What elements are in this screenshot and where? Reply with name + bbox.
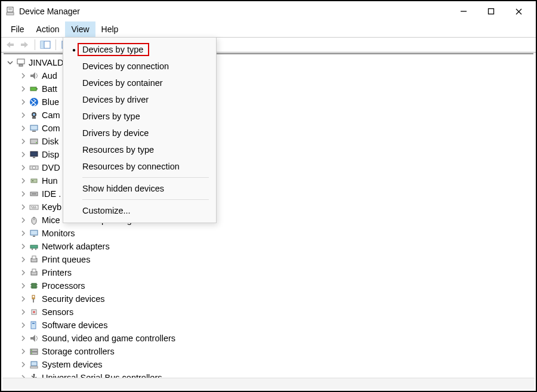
svg-rect-70 (31, 362, 37, 366)
expand-icon[interactable] (19, 332, 27, 345)
expand-icon[interactable] (19, 95, 27, 109)
tree-item[interactable]: Network adapters (6, 240, 533, 253)
expand-icon[interactable] (19, 200, 27, 214)
svg-point-59 (33, 296, 35, 298)
tree-item-label: Processors (42, 279, 85, 292)
expand-icon[interactable] (19, 358, 27, 371)
menu-separator (82, 199, 209, 200)
computer-icon (29, 123, 39, 134)
tree-item-label: Sound, video and game controllers (42, 332, 175, 345)
expand-icon[interactable] (19, 174, 27, 187)
tree-item[interactable]: Sensors (6, 305, 533, 319)
expand-icon[interactable] (19, 319, 27, 332)
menu-action[interactable]: Action (30, 21, 66, 37)
expand-icon[interactable] (19, 279, 27, 292)
svg-point-32 (33, 166, 36, 169)
expand-icon[interactable] (19, 305, 27, 319)
tree-item[interactable]: Monitors (6, 227, 533, 240)
view-dropdown: ● Devices by type Devices by connection … (63, 37, 217, 223)
show-hide-tree-button[interactable] (39, 38, 52, 51)
toolbar-separator (55, 39, 56, 50)
menu-drivers-by-device[interactable]: Drivers by device (63, 125, 216, 141)
svg-rect-9 (21, 44, 25, 46)
forward-button[interactable] (18, 38, 31, 51)
expand-icon[interactable] (19, 345, 27, 358)
expand-icon[interactable] (19, 292, 27, 305)
hid-icon (29, 175, 39, 186)
expand-icon[interactable] (19, 240, 27, 253)
expand-icon[interactable] (19, 109, 27, 122)
vertical-scrollbar[interactable] (525, 55, 535, 376)
close-button[interactable] (505, 1, 532, 21)
menu-bar: File Action View Help (1, 21, 536, 37)
svg-rect-8 (10, 44, 14, 46)
tree-item-label: Blue (42, 95, 59, 109)
tree-item[interactable]: Security devices (6, 292, 533, 305)
software-icon (29, 320, 39, 331)
svg-rect-17 (19, 64, 23, 66)
tree-item[interactable]: Printers (6, 266, 533, 279)
expand-icon[interactable] (19, 122, 27, 135)
storage-icon (29, 346, 39, 357)
toolbar-separator (35, 39, 35, 50)
maximize-button[interactable] (477, 1, 505, 21)
collapse-icon[interactable] (6, 56, 14, 69)
tree-item-label: Cam (42, 109, 60, 122)
minimize-button[interactable] (450, 1, 477, 21)
processor-icon (29, 280, 39, 291)
expand-icon[interactable] (19, 135, 27, 148)
svg-rect-24 (32, 117, 36, 119)
menu-devices-by-type[interactable]: ● Devices by type (63, 41, 216, 58)
menu-file[interactable]: File (5, 21, 30, 37)
sound-icon (29, 333, 39, 344)
svg-rect-37 (30, 205, 38, 209)
menu-devices-by-connection[interactable]: Devices by connection (63, 58, 216, 75)
tree-item[interactable]: Software devices (6, 319, 533, 332)
menu-separator (82, 177, 209, 178)
tree-item[interactable]: System devices (6, 358, 533, 371)
tree-item-label: DVD (42, 161, 60, 174)
svg-rect-41 (32, 208, 36, 208)
expand-icon[interactable] (19, 148, 27, 161)
tree-item[interactable]: Sound, video and game controllers (6, 332, 533, 345)
status-bar (2, 378, 535, 390)
menu-customize[interactable]: Customize... (63, 202, 216, 219)
expand-icon[interactable] (19, 161, 27, 174)
svg-rect-63 (31, 322, 36, 329)
expand-icon[interactable] (19, 214, 27, 227)
tree-item-label: Monitors (42, 227, 75, 240)
title-bar: Device Manager (1, 1, 536, 21)
menu-view[interactable]: View (65, 21, 95, 37)
expand-icon[interactable] (19, 187, 27, 200)
menu-resources-by-type[interactable]: Resources by type (63, 141, 216, 158)
mouse-icon (29, 215, 39, 226)
expand-icon[interactable] (19, 253, 27, 266)
menu-resources-by-connection[interactable]: Resources by connection (63, 158, 216, 175)
menu-help[interactable]: Help (95, 21, 125, 37)
tree-item-label: Print queues (42, 253, 90, 266)
menu-devices-by-driver[interactable]: Devices by driver (63, 91, 216, 108)
svg-rect-39 (33, 206, 34, 207)
back-button[interactable] (4, 38, 17, 51)
menu-show-hidden[interactable]: Show hidden devices (63, 180, 216, 197)
device-manager-icon (5, 6, 16, 17)
window-controls (450, 1, 532, 21)
tree-item[interactable]: Print queues (6, 253, 533, 266)
bluetooth-icon (29, 97, 39, 107)
system-icon (29, 359, 39, 370)
svg-rect-47 (32, 248, 33, 250)
ide-icon (29, 189, 39, 199)
expand-icon[interactable] (19, 266, 27, 279)
tree-item[interactable]: Storage controllers (6, 345, 533, 358)
expand-icon[interactable] (19, 69, 27, 82)
expand-icon[interactable] (19, 82, 27, 95)
menu-drivers-by-type[interactable]: Drivers by type (63, 108, 216, 125)
tree-item[interactable]: Processors (6, 279, 533, 292)
svg-rect-34 (32, 180, 33, 181)
tree-item-label: Security devices (42, 292, 105, 305)
svg-rect-16 (17, 59, 24, 64)
menu-devices-by-container[interactable]: Devices by container (63, 75, 216, 91)
svg-rect-60 (33, 299, 34, 303)
svg-marker-18 (30, 72, 35, 79)
expand-icon[interactable] (19, 227, 27, 240)
